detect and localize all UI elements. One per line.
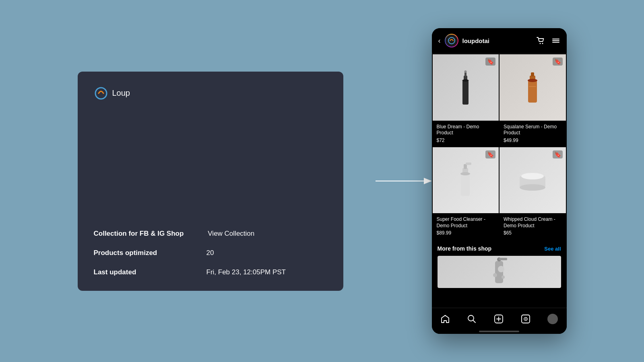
- cart-icon[interactable]: [536, 36, 545, 45]
- ig-avatar: [445, 34, 458, 47]
- svg-marker-2: [424, 178, 432, 184]
- ig-username: loupdotai: [462, 37, 490, 44]
- product-name-blue-dream: Blue Dream - Demo Product: [437, 124, 495, 136]
- product-name-super-food: Super Food Cleanser - Demo Product: [437, 216, 495, 229]
- logo-text: Loup: [112, 88, 130, 98]
- home-indicator-bar: [479, 331, 519, 332]
- nav-avatar: [547, 314, 558, 324]
- svg-point-27: [521, 173, 544, 179]
- bottle-squalane: [522, 69, 543, 105]
- svg-point-33: [502, 276, 505, 279]
- product-image-squalane: 🔖: [500, 54, 566, 121]
- bottle-super-food: [454, 161, 477, 199]
- more-from-shop-section: More from this shop See all: [432, 240, 567, 291]
- svg-rect-18: [529, 86, 536, 87]
- product-image-blue-dream: 🔖: [433, 54, 499, 121]
- product-info-blue-dream: Blue Dream - Demo Product $72: [433, 121, 499, 146]
- svg-point-13: [464, 70, 467, 73]
- info-section: Collection for FB & IG Shop View Collect…: [94, 230, 327, 276]
- ig-content[interactable]: 🔖 Blue Dream - Demo Product $72: [432, 53, 567, 308]
- jar-whipped-cloud: [516, 168, 549, 192]
- svg-point-0: [95, 88, 107, 99]
- more-thumbnail-image: [487, 257, 511, 287]
- last-updated-label: Last updated: [94, 268, 182, 276]
- nav-profile-button[interactable]: [544, 312, 561, 326]
- back-button[interactable]: ‹: [438, 37, 441, 45]
- products-optimized-value: 20: [206, 249, 214, 257]
- svg-point-41: [525, 319, 526, 320]
- more-header: More from this shop See all: [438, 245, 561, 252]
- ig-header-right: [536, 36, 560, 45]
- product-info-squalane: Squalane Serum - Demo Product $49.99: [500, 121, 566, 146]
- bookmark-squalane[interactable]: 🔖: [553, 58, 563, 66]
- more-section-title: More from this shop: [438, 245, 492, 252]
- last-updated-value: Fri, Feb 23, 12:05PM PST: [206, 268, 286, 276]
- svg-point-26: [520, 184, 545, 191]
- product-image-super-food: 🔖: [433, 147, 499, 214]
- products-grid: 🔖 Blue Dream - Demo Product $72: [432, 53, 567, 240]
- product-name-whipped-cloud: Whipped Cloud Cream - Demo Product: [504, 216, 562, 229]
- svg-rect-9: [462, 80, 469, 105]
- product-image-whipped-cloud: 🔖: [500, 147, 566, 214]
- add-nav-icon: [494, 314, 504, 324]
- product-card-blue-dream[interactable]: 🔖 Blue Dream - Demo Product $72: [433, 54, 499, 146]
- home-icon: [440, 314, 450, 324]
- products-optimized-label: Products optimized: [94, 249, 182, 257]
- bottle-blue-dream: [454, 68, 477, 107]
- home-indicator: [432, 328, 567, 334]
- last-updated-row: Last updated Fri, Feb 23, 12:05PM PST: [94, 268, 327, 276]
- product-name-squalane: Squalane Serum - Demo Product: [504, 124, 562, 136]
- collection-row: Collection for FB & IG Shop View Collect…: [94, 230, 327, 238]
- arrow-icon: [376, 173, 432, 189]
- ig-bottom-nav: [432, 308, 567, 328]
- svg-point-17: [528, 79, 537, 82]
- svg-line-35: [473, 321, 476, 323]
- instagram-panel: ‹ loupdotai: [432, 28, 567, 334]
- more-thumbnail[interactable]: [438, 256, 561, 288]
- arrow-container: [376, 173, 432, 189]
- svg-rect-22: [466, 162, 471, 165]
- nav-reels-button[interactable]: [518, 313, 534, 325]
- svg-rect-16: [531, 72, 534, 76]
- product-card-super-food[interactable]: 🔖 Super Food Cleanser - Demo Product $89…: [433, 147, 499, 239]
- product-price-whipped-cloud: $65: [504, 230, 562, 236]
- svg-rect-14: [528, 80, 537, 103]
- nav-home-button[interactable]: [437, 313, 453, 325]
- loup-logo-icon: [94, 86, 108, 101]
- svg-point-23: [460, 172, 470, 175]
- product-card-whipped-cloud[interactable]: 🔖 Whipped Cloud Cream - Demo Product $65: [500, 147, 566, 239]
- hamburger-icon[interactable]: [551, 36, 560, 45]
- see-all-button[interactable]: See all: [544, 246, 561, 252]
- ig-header: ‹ loupdotai: [432, 28, 567, 53]
- svg-rect-30: [499, 258, 507, 260]
- svg-point-12: [462, 79, 469, 82]
- nav-add-button[interactable]: [491, 313, 507, 325]
- left-info-panel: Loup Collection for FB & IG Shop View Co…: [78, 72, 343, 291]
- product-price-squalane: $49.99: [504, 138, 562, 143]
- svg-point-32: [493, 273, 497, 277]
- view-collection-link[interactable]: View Collection: [208, 230, 254, 238]
- product-info-super-food: Super Food Cleanser - Demo Product $89.9…: [433, 213, 499, 239]
- product-info-whipped-cloud: Whipped Cloud Cream - Demo Product $65: [500, 213, 566, 239]
- bookmark-blue-dream[interactable]: 🔖: [485, 58, 495, 66]
- product-price-blue-dream: $72: [437, 138, 495, 143]
- svg-rect-19: [461, 174, 470, 196]
- bookmark-whipped-cloud[interactable]: 🔖: [553, 150, 563, 158]
- svg-point-4: [539, 43, 541, 44]
- product-card-squalane[interactable]: 🔖 Squalane Serum - Demo Product $49.99: [500, 54, 566, 146]
- products-optimized-row: Products optimized 20: [94, 249, 327, 257]
- bookmark-super-food[interactable]: 🔖: [485, 150, 495, 158]
- search-nav-icon: [467, 314, 477, 324]
- ig-header-left: ‹ loupdotai: [438, 34, 490, 47]
- ig-avatar-logo: [447, 36, 456, 45]
- reels-nav-icon: [521, 314, 530, 324]
- svg-point-31: [498, 266, 504, 272]
- svg-point-3: [448, 37, 455, 44]
- product-price-super-food: $89.99: [437, 230, 495, 236]
- collection-label: Collection for FB & IG Shop: [94, 230, 184, 238]
- nav-search-button[interactable]: [464, 313, 480, 325]
- svg-point-5: [542, 43, 543, 44]
- logo-area: Loup: [94, 86, 327, 101]
- svg-rect-11: [464, 72, 466, 76]
- ig-avatar-inner: [446, 35, 458, 47]
